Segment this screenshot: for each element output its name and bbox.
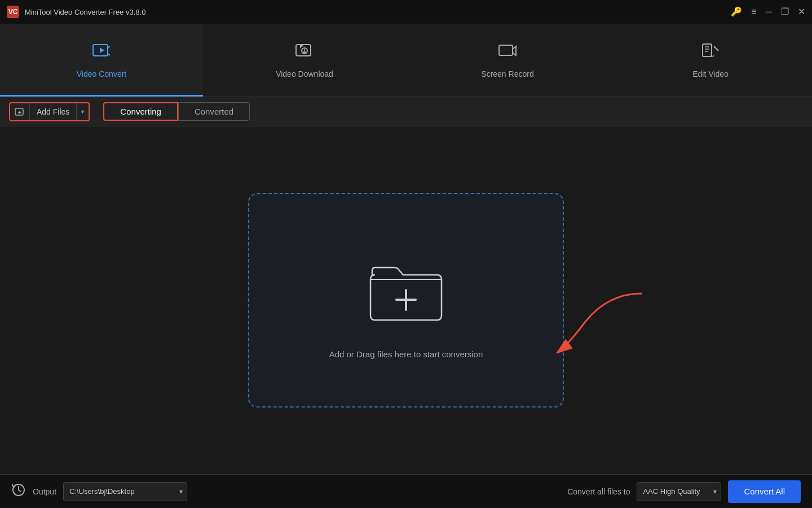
output-path-select[interactable]: C:\Users\bj\Desktop xyxy=(63,482,187,501)
output-label: Output xyxy=(33,487,56,496)
add-files-button[interactable]: Add Files xyxy=(29,103,76,120)
svg-rect-15 xyxy=(15,108,23,115)
video-download-icon xyxy=(294,41,315,64)
toolbar: Add Files ▾ Converting Converted xyxy=(0,97,812,126)
tab-video-convert-label: Video Convert xyxy=(77,69,126,78)
main-content: Add or Drag files here to start conversi… xyxy=(0,126,812,474)
nav-tabs: Video Convert Video Download Screen Reco… xyxy=(0,24,812,97)
tab-video-convert[interactable]: Video Convert xyxy=(0,24,203,97)
output-path-wrapper: C:\Users\bj\Desktop xyxy=(63,482,187,501)
edit-video-icon xyxy=(700,41,721,64)
tab-screen-record[interactable]: Screen Record xyxy=(406,24,609,97)
format-select[interactable]: AAC High Quality xyxy=(637,482,721,501)
titlebar: VC MiniTool Video Converter Free v3.8.0 … xyxy=(0,0,812,24)
close-button[interactable]: ✕ xyxy=(798,7,805,16)
add-files-icon-button[interactable] xyxy=(10,103,29,120)
add-files-group: Add Files ▾ xyxy=(9,102,90,121)
history-icon xyxy=(11,483,26,501)
app-title: MiniTool Video Converter Free v3.8.0 xyxy=(25,8,145,16)
restore-button[interactable]: ❐ xyxy=(781,7,789,16)
convert-all-label: Convert all files to xyxy=(567,487,630,496)
tab-video-download[interactable]: Video Download xyxy=(203,24,406,97)
convert-all-button[interactable]: Convert All xyxy=(728,480,801,503)
svg-rect-8 xyxy=(499,45,513,55)
folder-icon xyxy=(350,242,462,338)
minimize-button[interactable]: ─ xyxy=(766,7,772,16)
svg-rect-10 xyxy=(703,44,712,56)
format-select-wrapper: AAC High Quality xyxy=(637,482,721,501)
tab-video-download-label: Video Download xyxy=(276,69,333,78)
titlebar-controls: 🔑 ≡ ─ ❐ ✕ xyxy=(731,7,805,16)
key-button[interactable]: 🔑 xyxy=(731,7,742,16)
tab-screen-record-label: Screen Record xyxy=(481,69,533,78)
red-arrow xyxy=(540,288,653,361)
tab-edit-video-label: Edit Video xyxy=(692,69,729,78)
drop-zone[interactable]: Add or Drag files here to start conversi… xyxy=(248,193,564,408)
svg-rect-4 xyxy=(296,45,311,56)
add-files-dropdown-button[interactable]: ▾ xyxy=(76,103,89,120)
menu-button[interactable]: ≡ xyxy=(751,7,756,16)
svg-line-14 xyxy=(714,46,718,51)
svg-marker-1 xyxy=(100,47,104,53)
bottom-bar: Output C:\Users\bj\Desktop Convert all f… xyxy=(0,474,812,508)
converting-tab[interactable]: Converting xyxy=(103,102,178,121)
drop-zone-text: Add or Drag files here to start conversi… xyxy=(329,349,483,359)
tab-edit-video[interactable]: Edit Video xyxy=(609,24,812,97)
app-logo: VC xyxy=(7,6,19,18)
converted-tab[interactable]: Converted xyxy=(178,102,250,121)
video-convert-icon xyxy=(91,41,112,64)
logo-text: VC xyxy=(8,8,18,16)
screen-record-icon xyxy=(497,41,518,64)
content-tabs: Converting Converted xyxy=(103,102,250,121)
